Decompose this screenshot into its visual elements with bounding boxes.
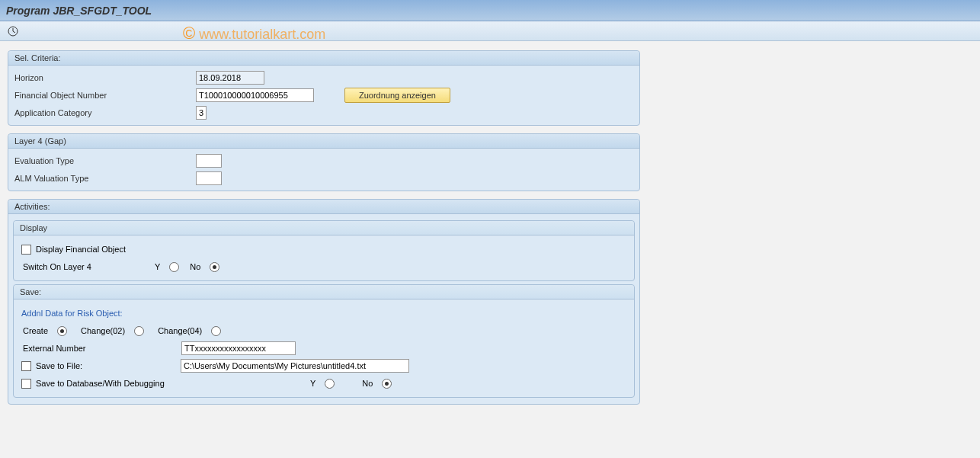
radio-create[interactable] (57, 326, 67, 336)
main-content: Sel. Criteria: Horizon Financial Object … (0, 46, 980, 417)
label-almtype: ALM Valuation Type (13, 174, 196, 183)
label-evaltype: Evaluation Type (13, 156, 196, 165)
group-header-display: Display (14, 221, 634, 235)
group-header-activities: Activities: (8, 200, 639, 214)
input-horizon[interactable] (196, 71, 264, 85)
radio-savedb-y[interactable] (325, 379, 335, 389)
input-finobj[interactable] (196, 88, 314, 102)
input-almtype[interactable] (196, 171, 222, 185)
label-savedb: Save to Database/With Debugging (36, 379, 310, 388)
label-switch-layer4: Switch On Layer 4 (21, 262, 155, 271)
toolbar: © © www.tutorialkart.comwww.tutorialkart… (0, 21, 980, 41)
input-appcat[interactable] (196, 106, 207, 120)
execute-icon[interactable] (6, 24, 20, 38)
page-title: Program JBR_SFGDT_TOOL (6, 5, 152, 17)
button-zuordnung[interactable]: Zuordnung anzeigen (344, 88, 450, 103)
svg-line-2 (13, 31, 15, 33)
group-header-selcriteria: Sel. Criteria: (8, 51, 639, 66)
input-evaltype[interactable] (196, 154, 222, 168)
radio-switch-y[interactable] (169, 262, 179, 272)
radio-switch-no[interactable] (210, 262, 219, 272)
label-change02: Change(02) (81, 326, 125, 335)
label-addnl-data: Addnl Data for Risk Object: (21, 309, 123, 318)
label-y-savedb: Y (310, 379, 315, 388)
input-extnum[interactable] (181, 341, 296, 355)
label-change04: Change(04) (158, 326, 202, 335)
checkbox-savedb[interactable] (21, 379, 31, 389)
group-header-save: Save: (14, 285, 634, 299)
radio-savedb-no[interactable] (382, 379, 392, 389)
title-bar: Program JBR_SFGDT_TOOL (0, 0, 980, 21)
group-display: Display Display Financial Object Switch … (13, 220, 635, 281)
group-activities: Activities: Display Display Financial Ob… (8, 199, 640, 405)
label-no-switch: No (190, 262, 200, 271)
label-finobj: Financial Object Number (13, 91, 196, 100)
label-display-finobj: Display Financial Object (36, 245, 126, 254)
radio-change02[interactable] (134, 326, 144, 336)
watermark: © © www.tutorialkart.comwww.tutorialkart… (183, 24, 325, 43)
label-extnum: External Number (21, 344, 181, 353)
group-sel-criteria: Sel. Criteria: Horizon Financial Object … (8, 50, 640, 126)
label-savefile: Save to File: (36, 361, 181, 370)
label-no-savedb: No (362, 379, 373, 388)
label-appcat: Application Category (13, 108, 196, 117)
label-horizon: Horizon (13, 73, 196, 82)
label-y-switch: Y (155, 262, 160, 271)
input-savefile[interactable] (181, 359, 409, 373)
group-layer4: Layer 4 (Gap) Evaluation Type ALM Valuat… (8, 133, 640, 191)
group-save: Save: Addnl Data for Risk Object: Create… (13, 284, 635, 398)
label-create: Create (21, 326, 48, 335)
checkbox-display-finobj[interactable] (21, 245, 31, 255)
group-header-layer4: Layer 4 (Gap) (8, 134, 639, 149)
radio-change04[interactable] (211, 326, 221, 336)
checkbox-savefile[interactable] (21, 361, 31, 371)
